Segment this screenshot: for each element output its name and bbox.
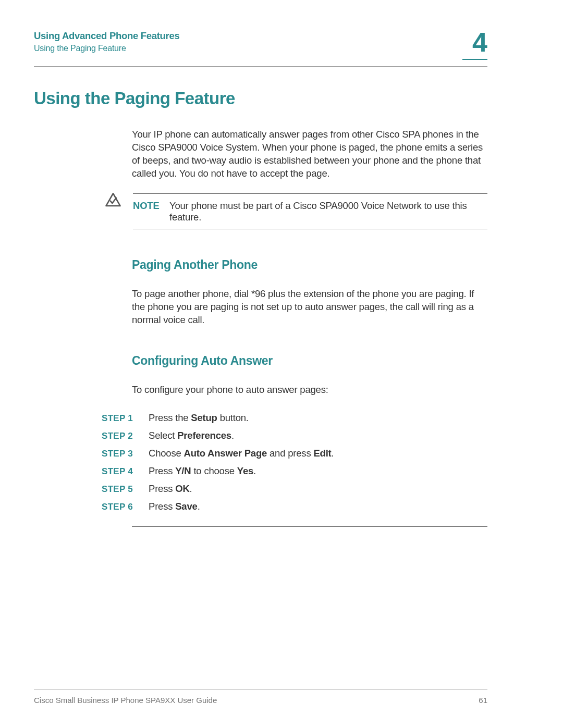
step-label: STEP 5 [102, 484, 136, 495]
header-chapter-title: Using Advanced Phone Features [34, 30, 180, 42]
header-left: Using Advanced Phone Features Using the … [34, 29, 180, 53]
step-text: Press Y/N to choose Yes. [149, 465, 256, 477]
step-text: Select Preferences. [149, 430, 234, 441]
step-text: Press the Setup button. [149, 412, 249, 424]
note-block: NOTE Your phone must be part of a Cisco … [104, 193, 487, 229]
note-text: Your phone must be part of a Cisco SPA90… [169, 200, 487, 223]
subsection-configuring-auto-answer: Configuring Auto Answer [132, 354, 487, 368]
configuring-intro: To configure your phone to auto answer p… [132, 384, 487, 397]
step-label: STEP 3 [102, 449, 136, 459]
step-label: STEP 2 [102, 431, 136, 441]
note-content: NOTE Your phone must be part of a Cisco … [133, 193, 487, 229]
section-heading: Using the Paging Feature [34, 89, 487, 108]
footer-guide-title: Cisco Small Business IP Phone SPA9XX Use… [34, 696, 217, 705]
step-row: STEP 6Press Save. [102, 501, 487, 512]
step-row: STEP 1Press the Setup button. [102, 412, 487, 424]
paging-another-phone-text: To page another phone, dial *96 plus the… [132, 288, 487, 327]
step-row: STEP 3Choose Auto Answer Page and press … [102, 448, 487, 459]
step-row: STEP 5Press OK. [102, 483, 487, 495]
step-text: Press Save. [149, 501, 200, 512]
note-label: NOTE [133, 200, 160, 212]
note-check-icon [104, 192, 122, 208]
step-text: Choose Auto Answer Page and press Edit. [149, 448, 334, 459]
footer-rule [34, 689, 487, 689]
step-row: STEP 4Press Y/N to choose Yes. [102, 465, 487, 477]
step-label: STEP 6 [102, 502, 136, 512]
chapter-number: 4 [462, 29, 487, 60]
page-footer: Cisco Small Business IP Phone SPA9XX Use… [34, 689, 487, 705]
end-rule [132, 526, 487, 527]
intro-paragraph: Your IP phone can automatically answer p… [132, 128, 487, 180]
step-row: STEP 2Select Preferences. [102, 430, 487, 441]
page: Using Advanced Phone Features Using the … [0, 0, 563, 527]
steps-list: STEP 1Press the Setup button.STEP 2Selec… [102, 412, 487, 512]
step-label: STEP 4 [102, 466, 136, 477]
header-rule [34, 66, 487, 67]
header-section-title: Using the Paging Feature [34, 44, 180, 53]
footer-page-number: 61 [479, 696, 487, 705]
page-header: Using Advanced Phone Features Using the … [34, 29, 487, 65]
step-label: STEP 1 [102, 413, 136, 424]
subsection-paging-another-phone: Paging Another Phone [132, 258, 487, 272]
step-text: Press OK. [149, 483, 192, 495]
